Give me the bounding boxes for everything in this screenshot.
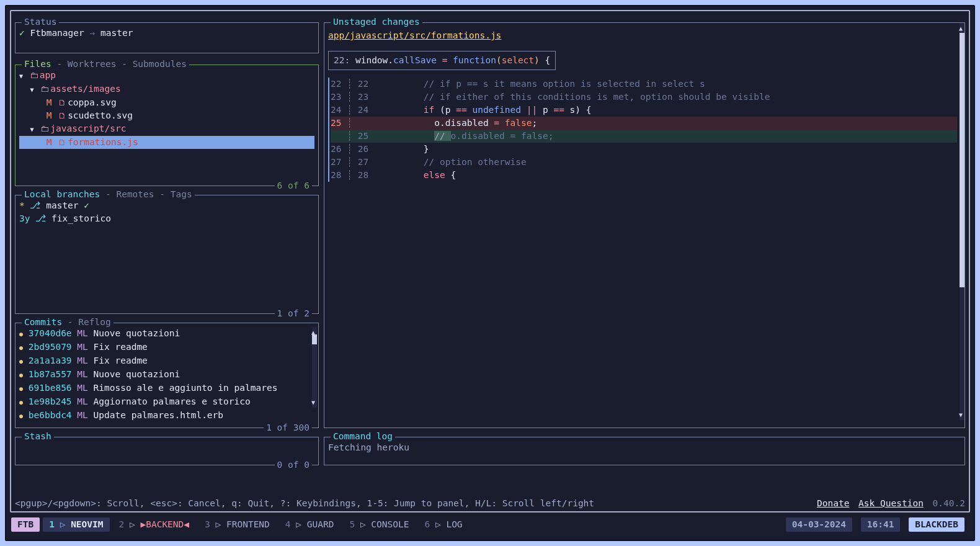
commit-author: ML xyxy=(77,383,87,393)
commit-author: ML xyxy=(77,410,87,420)
commit-row[interactable]: 1b87a557 ML Nuove quotazioni xyxy=(19,368,314,382)
scroll-thumb[interactable] xyxy=(960,33,964,287)
tab-worktrees[interactable]: Worktrees xyxy=(68,59,117,69)
window-number: 2 xyxy=(119,519,125,529)
tmux-window[interactable]: 3 FRONTEND xyxy=(198,517,276,532)
tmux-time: 16:41 xyxy=(861,517,901,532)
tmux-host: BLACKDEB xyxy=(909,517,964,532)
cmdlog-text: Fetching heroku xyxy=(328,442,409,452)
commit-row[interactable]: 2a1a1a39 ML Fix readme xyxy=(19,354,314,368)
commit-hash: 2bd95079 xyxy=(29,342,72,352)
diff-line-removed[interactable]: 25 ┊ o.disabled = false; xyxy=(331,117,957,130)
window-name: FRONTEND xyxy=(226,519,270,529)
tmux-window[interactable]: 1 NEOVIM xyxy=(43,517,109,532)
tab-reflog[interactable]: Reflog xyxy=(78,317,110,327)
window-number: 5 xyxy=(349,519,355,529)
chevron-down-icon xyxy=(30,84,33,94)
file-icon xyxy=(57,97,68,107)
diff-panel[interactable]: Unstaged changes app/javascript/src/form… xyxy=(324,22,965,428)
branch-item[interactable]: * ⎇ master ✓ xyxy=(19,199,314,212)
branches-panel[interactable]: Local branches - Remotes - Tags * ⎇ mast… xyxy=(15,195,319,314)
tree-file[interactable]: M scudetto.svg xyxy=(19,109,314,122)
cmdlog-title: Command log xyxy=(333,431,393,441)
commit-row[interactable]: 691be856 ML Rimosso ale e aggiunto in pa… xyxy=(19,382,314,395)
tree-file-selected[interactable]: M formations.js xyxy=(19,136,314,149)
commit-message: Update palmares.html.erb xyxy=(94,410,224,420)
file-icon xyxy=(57,137,68,147)
folder-icon xyxy=(39,123,50,133)
tab-files[interactable]: Files xyxy=(24,59,51,69)
branch-icon: ⎇ xyxy=(35,213,46,223)
scroll-down-icon[interactable]: ▼ xyxy=(959,408,963,421)
commit-row[interactable]: 37040d6e ML Nuove quotazioni xyxy=(19,327,314,341)
commit-row[interactable]: 1e98b245 ML Aggiornato palmares e storic… xyxy=(19,395,314,409)
stash-panel[interactable]: Stash 0 of 0 xyxy=(15,437,319,465)
folder-icon xyxy=(29,70,40,80)
stash-counter: 0 of 0 xyxy=(275,459,312,472)
commit-dot-icon xyxy=(19,356,23,365)
commit-author: ML xyxy=(77,356,87,365)
play-icon xyxy=(60,519,66,529)
commit-message: Nuove quotazioni xyxy=(94,328,180,338)
footer-links: Donate Ask Question 0.40.2 xyxy=(817,497,965,510)
commit-row[interactable]: 2bd95079 ML Fix readme xyxy=(19,341,314,354)
commit-row[interactable]: be6bbdc4 ML Update palmares.html.erb xyxy=(19,409,314,423)
tree-file[interactable]: M coppa.svg xyxy=(19,96,314,109)
scroll-thumb[interactable] xyxy=(312,334,317,344)
branches-counter: 1 of 2 xyxy=(275,307,312,320)
donate-link[interactable]: Donate xyxy=(817,498,849,508)
commit-dot-icon xyxy=(19,328,23,338)
tmux-session[interactable]: FTB xyxy=(11,517,40,532)
command-log-panel: Command log Fetching heroku xyxy=(324,437,965,465)
commit-author: ML xyxy=(77,328,87,338)
file-icon xyxy=(57,110,68,120)
commit-message: Nuove quotazioni xyxy=(94,369,180,379)
scroll-down-icon[interactable]: ▼ xyxy=(311,396,315,409)
commit-author: ML xyxy=(77,369,87,379)
tree-folder-js[interactable]: javascript/src xyxy=(19,122,314,136)
tab-tags[interactable]: Tags xyxy=(171,189,192,199)
window-number: 3 xyxy=(205,519,210,529)
tab-local-branches[interactable]: Local branches xyxy=(24,189,100,199)
scrollbar[interactable]: ▲▼ xyxy=(960,23,964,420)
diff-line-added[interactable]: ┊ 25 // o.disabled = false; xyxy=(331,130,957,143)
tmux-window[interactable]: 5 CONSOLE xyxy=(343,517,415,532)
commit-message: Fix readme xyxy=(94,342,148,352)
scrollbar[interactable]: ▲▼ xyxy=(312,327,317,408)
commit-author: ML xyxy=(77,396,87,406)
window-name: GUARD xyxy=(307,519,334,529)
ask-link[interactable]: Ask Question xyxy=(858,498,924,508)
stash-title: Stash xyxy=(24,431,51,441)
tree-folder-app[interactable]: app xyxy=(19,69,314,83)
commit-dot-icon xyxy=(19,396,23,406)
diff-filename[interactable]: app/javascript/src/formations.js xyxy=(328,27,501,51)
arrow-icon: → xyxy=(90,28,96,38)
tab-submodules[interactable]: Submodules xyxy=(133,59,187,69)
play-filled-icon xyxy=(140,519,146,529)
commit-hash: 1e98b245 xyxy=(29,396,72,406)
tab-remotes[interactable]: Remotes xyxy=(116,189,154,199)
tmux-window[interactable]: 4 GUARD xyxy=(279,517,341,532)
window-number: 1 xyxy=(49,519,55,529)
commits-counter: 1 of 300 xyxy=(264,421,312,434)
tab-commits[interactable]: Commits xyxy=(24,317,62,327)
commit-hash: 37040d6e xyxy=(29,328,72,338)
chevron-down-icon xyxy=(30,123,33,133)
commit-hash: 1b87a557 xyxy=(29,369,72,379)
tree-folder-assets[interactable]: assets/images xyxy=(19,83,314,96)
branch-name: master xyxy=(100,28,133,38)
tmux-window[interactable]: 6 LOG xyxy=(418,517,468,532)
commit-message: Rimosso ale e aggiunto in palmares xyxy=(94,383,278,393)
commits-panel[interactable]: Commits - Reflog 37040d6e ML Nuove quota… xyxy=(15,323,319,428)
commit-dot-icon xyxy=(19,383,23,393)
version-label: 0.40.2 xyxy=(933,498,965,508)
status-title: Status xyxy=(24,17,56,27)
status-panel: Status Ftbmanager → master xyxy=(15,22,319,53)
branch-item[interactable]: 3y ⎇ fix_storico xyxy=(19,212,314,225)
files-panel[interactable]: Files - Worktrees - Submodules app asset… xyxy=(15,65,319,186)
commit-dot-icon xyxy=(19,410,23,420)
tmux-window[interactable]: 2 BACKEND xyxy=(113,517,196,532)
tmux-bar: FTB1 NEOVIM2 BACKEND3 FRONTEND4 GUARD5 C… xyxy=(11,517,969,532)
commit-message: Fix readme xyxy=(94,356,148,365)
window-number: 4 xyxy=(285,519,291,529)
